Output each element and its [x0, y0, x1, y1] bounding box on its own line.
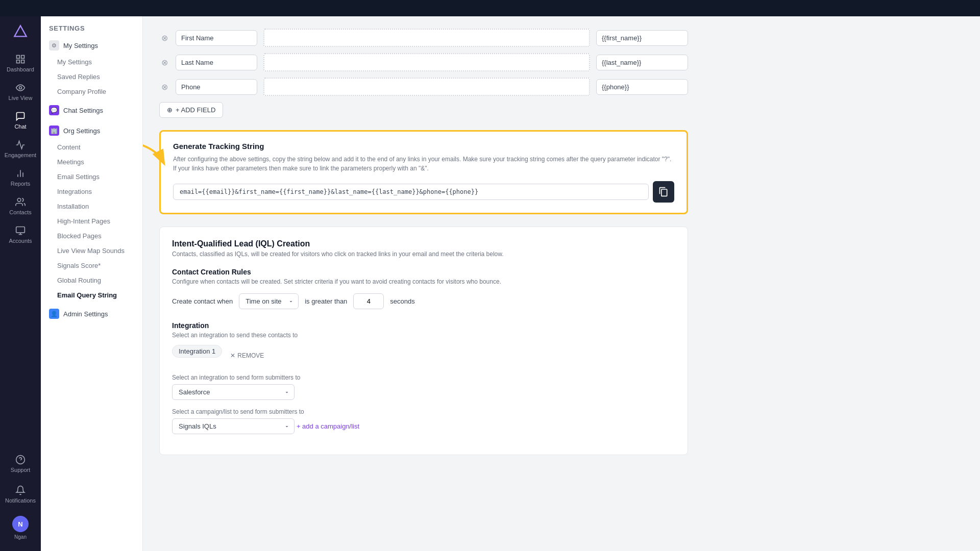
create-contact-label: Create contact when: [172, 297, 233, 305]
section-header-my-settings[interactable]: ⚙ My Settings: [41, 36, 142, 55]
iql-title: Intent-Qualified Lead (IQL) Creation: [172, 239, 675, 248]
main-content: ⊗ First Name ⊗ Last Name: [143, 16, 704, 551]
field-dotted-first-name: [263, 29, 590, 47]
svg-rect-9: [16, 227, 25, 233]
nav-email-settings[interactable]: Email Settings: [41, 169, 142, 184]
copy-button[interactable]: [653, 181, 674, 203]
nav-item-accounts[interactable]: Accounts: [0, 220, 41, 249]
integration-remove-btn[interactable]: ✕ REMOVE: [230, 352, 264, 359]
nav-saved-replies[interactable]: Saved Replies: [41, 69, 142, 84]
integration-title: Integration: [172, 321, 675, 330]
nav-blocked-pages[interactable]: Blocked Pages: [41, 229, 142, 243]
far-left-nav: Dashboard Live View Chat Engagement Repo…: [0, 16, 41, 551]
user-avatar: N: [12, 516, 29, 532]
create-contact-row: Create contact when Time on site Page vi…: [172, 293, 675, 309]
svg-rect-0: [17, 56, 20, 59]
section-admin-settings: 👤 Admin Settings: [41, 305, 142, 323]
nav-item-reports[interactable]: Reports: [0, 163, 41, 192]
field-value-phone[interactable]: [596, 79, 688, 95]
tracking-desc: After configuring the above settings, co…: [173, 155, 674, 173]
nav-global-routing[interactable]: Global Routing: [41, 273, 142, 288]
salesforce-dropdown[interactable]: Salesforce HubSpot Marketo: [172, 384, 295, 400]
field-value-first-name[interactable]: [596, 30, 688, 46]
field-type-first-name[interactable]: First Name: [176, 30, 257, 46]
contact-rules-title: Contact Creation Rules: [172, 268, 675, 276]
add-field-icon: ⊕: [167, 106, 173, 114]
nav-my-settings[interactable]: My Settings: [41, 55, 142, 69]
tracking-title: Generate Tracking String: [173, 142, 674, 151]
nav-bottom: Support Notifications N Ngan: [2, 449, 39, 545]
remove-x-icon: ✕: [230, 352, 235, 359]
nav-high-intent[interactable]: High-Intent Pages: [41, 214, 142, 229]
iql-section: Intent-Qualified Lead (IQL) Creation Con…: [159, 227, 688, 455]
add-field-button[interactable]: ⊕ + ADD FIELD: [159, 102, 223, 118]
integration-select-label-1: Select an integration to send form submi…: [172, 374, 675, 381]
threshold-input[interactable]: [353, 293, 384, 309]
time-on-site-dropdown[interactable]: Time on site Page views Sessions: [239, 293, 299, 309]
nav-email-query-string[interactable]: Email Query String: [41, 288, 142, 303]
iql-desc: Contacts, classified as IQLs, will be cr…: [172, 251, 675, 258]
signals-iqls-dropdown[interactable]: Signals IQLs Campaign A Campaign B: [172, 418, 295, 434]
add-campaign-link[interactable]: + add a campaign/list: [297, 422, 359, 430]
nav-item-notifications[interactable]: Notifications: [2, 480, 39, 509]
remove-phone-btn[interactable]: ⊗: [159, 82, 169, 92]
nav-item-support[interactable]: Support: [2, 449, 39, 478]
remove-last-name-btn[interactable]: ⊗: [159, 57, 169, 67]
field-dotted-last-name: [263, 53, 590, 71]
section-chat-settings: 💬 Chat Settings: [41, 101, 142, 119]
svg-point-8: [17, 198, 21, 202]
nav-content[interactable]: Content: [41, 140, 142, 155]
section-header-admin-settings[interactable]: 👤 Admin Settings: [41, 305, 142, 323]
top-bar: [0, 0, 980, 16]
field-dotted-phone: [263, 78, 590, 96]
logo[interactable]: [11, 22, 30, 41]
settings-sidebar: Settings ⚙ My Settings My Settings Saved…: [41, 16, 143, 551]
nav-installation[interactable]: Installation: [41, 199, 142, 214]
section-my-settings: ⚙ My Settings My Settings Saved Replies …: [41, 36, 142, 99]
svg-rect-1: [21, 56, 24, 59]
my-settings-icon: ⚙: [49, 40, 59, 51]
admin-settings-icon: 👤: [49, 309, 59, 319]
copy-icon: [658, 187, 669, 197]
section-header-org-settings[interactable]: 🏢 Org Settings: [41, 121, 142, 140]
section-header-chat-settings[interactable]: 💬 Chat Settings: [41, 101, 142, 119]
tracking-string-row: [173, 181, 674, 203]
chat-settings-icon: 💬: [49, 105, 59, 115]
field-row-last-name: ⊗ Last Name: [159, 53, 688, 71]
nav-company-profile[interactable]: Company Profile: [41, 84, 142, 99]
svg-rect-3: [17, 60, 20, 63]
tracking-string-box: Generate Tracking String After configuri…: [159, 130, 688, 214]
nav-item-engagement[interactable]: Engagement: [0, 135, 41, 163]
field-type-last-name[interactable]: Last Name: [176, 55, 257, 70]
nav-integrations[interactable]: Integrations: [41, 184, 142, 199]
nav-item-contacts[interactable]: Contacts: [0, 192, 41, 220]
org-settings-icon: 🏢: [49, 126, 59, 136]
integration-tag-label: Integration 1: [179, 347, 215, 355]
settings-title: Settings: [41, 16, 142, 36]
nav-item-user[interactable]: N Ngan: [2, 511, 39, 545]
nav-item-live-view[interactable]: Live View: [0, 78, 41, 106]
field-value-last-name[interactable]: [596, 55, 688, 70]
nav-item-dashboard[interactable]: Dashboard: [0, 49, 41, 78]
field-row-phone: ⊗ Phone: [159, 78, 688, 96]
svg-rect-2: [21, 60, 24, 63]
nav-signals-score[interactable]: Signals Score*: [41, 258, 142, 273]
contact-rules-desc: Configure when contacts will be created.…: [172, 278, 675, 285]
nav-item-chat[interactable]: Chat: [0, 106, 41, 135]
integration-tag: Integration 1: [172, 345, 222, 358]
tracking-string-input[interactable]: [173, 184, 649, 200]
seconds-label: seconds: [390, 297, 414, 305]
field-row-first-name: ⊗ First Name: [159, 29, 688, 47]
section-org-settings: 🏢 Org Settings Content Meetings Email Se…: [41, 121, 142, 303]
comparator-label: is greater than: [305, 297, 347, 305]
arrow-annotation: [143, 137, 171, 172]
fields-container: ⊗ First Name ⊗ Last Name: [159, 29, 688, 96]
integration-select-label-2: Select a campaign/list to send form subm…: [172, 408, 675, 415]
field-type-phone[interactable]: Phone: [176, 79, 257, 95]
nav-meetings[interactable]: Meetings: [41, 155, 142, 169]
nav-live-view-map-sounds[interactable]: Live View Map Sounds: [41, 243, 142, 258]
remove-first-name-btn[interactable]: ⊗: [159, 33, 169, 43]
svg-point-4: [19, 87, 22, 89]
integration-desc: Select an integration to send these cont…: [172, 332, 675, 339]
